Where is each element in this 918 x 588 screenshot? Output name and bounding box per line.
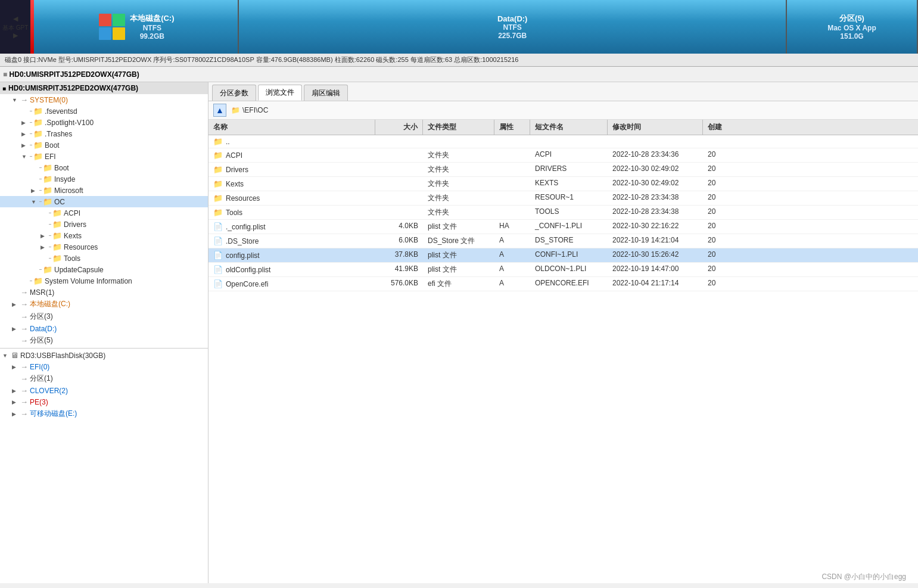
file-type: DS_Store 文件 <box>423 234 494 248</box>
disk-header: ◀ 基本 GPT ▶ 本地磁盘(C:) NTFS 99.2GB Data(D:)… <box>0 0 918 54</box>
next-arrow[interactable]: ▶ <box>13 32 18 39</box>
tree-item[interactable]: ▶ → 本地磁盘(C:) <box>0 298 208 310</box>
table-row[interactable]: 📁 Tools 文件夹 TOOLS 2022-10-28 23:34:38 20 <box>209 206 918 220</box>
disk-info-text: 磁盘0 接口:NVMe 型号:UMISRPITJ512PED2OWX 序列号:S… <box>5 56 518 63</box>
tree-item[interactable]: ▶ 📁 Microsoft <box>0 185 208 196</box>
table-row[interactable]: 📄 oldConfig.plist 41.9KB plist 文件 A OLDC… <box>209 263 918 277</box>
file-created: 20 <box>703 263 751 276</box>
file-attr: A <box>494 248 530 262</box>
col-header-shortname[interactable]: 短文件名 <box>530 120 608 135</box>
tree-item[interactable]: → 分区(1) <box>0 372 208 385</box>
watermark-text: CSDN @小白中的小白egg <box>821 572 906 582</box>
file-attr <box>494 135 530 148</box>
tree-item[interactable]: → 分区(3) <box>0 310 208 323</box>
col-header-created[interactable]: 创建 <box>703 120 751 135</box>
col-header-modified[interactable]: 修改时间 <box>608 120 703 135</box>
file-size <box>375 163 423 176</box>
tree-item[interactable]: → MSR(1) <box>0 287 208 298</box>
file-type: 文件夹 <box>423 163 494 176</box>
partition-d-size: 225.7GB <box>498 32 527 40</box>
tree-item[interactable]: ▶ → 可移动磁盘(E:) <box>0 407 208 420</box>
file-shortname: _CONFI~1.PLI <box>530 220 608 234</box>
file-type: efi 文件 <box>423 277 494 291</box>
partition-c-type: NTFS <box>130 24 174 32</box>
file-attr: A <box>494 277 530 291</box>
table-row[interactable]: 📁 Kexts 文件夹 KEXTS 2022-10-30 02:49:02 20 <box>209 177 918 191</box>
table-row[interactable]: 📁 Drivers 文件夹 DRIVERS 2022-10-30 02:49:0… <box>209 163 918 177</box>
tree-item[interactable]: ▶ 📁 Resources <box>0 241 208 253</box>
file-name: 📁 ACPI <box>209 148 375 162</box>
tree-item[interactable]: ▶ 📁 Kexts <box>0 230 208 241</box>
file-modified <box>608 135 703 148</box>
file-name: 📁 Drivers <box>209 163 375 176</box>
tree-item[interactable]: ▼ → SYSTEM(0) <box>0 94 208 105</box>
nav-panel: ◀ 基本 GPT ▶ <box>0 0 30 54</box>
partition-p3-type: Mac OS X App <box>827 24 876 32</box>
partition-p3-label: 分区(5) <box>839 13 864 24</box>
table-row[interactable]: 📄 ._config.plist 4.0KB plist 文件 HA _CONF… <box>209 220 918 234</box>
tree-item[interactable]: 📁 System Volume Information <box>0 275 208 287</box>
tree-item[interactable]: ▼ 🖥 RD3:USBFlashDisk(30GB) <box>0 350 208 361</box>
table-row[interactable]: 📁 .. <box>209 135 918 148</box>
prev-arrow[interactable]: ◀ <box>13 15 18 23</box>
col-header-size[interactable]: 大小 <box>375 120 423 135</box>
path-bar: ▲ 📁 \EFI\OC <box>209 101 918 120</box>
table-row[interactable]: 📄 config.plist 37.8KB plist 文件 A CONFI~1… <box>209 248 918 263</box>
table-row[interactable]: 📄 .DS_Store 6.0KB DS_Store 文件 A DS_STORE… <box>209 234 918 248</box>
tree-item[interactable]: 📁 Tools <box>0 253 208 264</box>
file-created: 20 <box>703 177 751 191</box>
file-size: 4.0KB <box>375 220 423 234</box>
file-modified: 2022-10-30 15:26:42 <box>608 248 703 262</box>
tab-sector-edit[interactable]: 扇区编辑 <box>304 85 348 101</box>
file-type: 文件夹 <box>423 148 494 162</box>
file-shortname: KEXTS <box>530 177 608 191</box>
tree-item[interactable]: ▶ → Data(D:) <box>0 323 208 334</box>
tree-item[interactable]: ▼ 📁 OC <box>0 196 208 207</box>
tree-item[interactable]: 📁 UpdateCapsule <box>0 264 208 275</box>
windows-logo <box>99 14 125 40</box>
tree-item[interactable]: ▶ 📁 Boot <box>0 139 208 151</box>
tree-item[interactable]: ▼ 📁 EFI <box>0 151 208 162</box>
up-button[interactable]: ▲ <box>213 104 226 117</box>
table-row[interactable]: 📁 Resources 文件夹 RESOUR~1 2022-10-28 23:3… <box>209 191 918 206</box>
file-size <box>375 135 423 148</box>
tree-item[interactable]: 📁 Drivers <box>0 219 208 230</box>
file-size: 576.0KB <box>375 277 423 291</box>
tab-browse-files[interactable]: 浏览文件 <box>258 85 302 101</box>
tree-item[interactable]: ▶ 📁 .Spotlight-V100 <box>0 117 208 128</box>
tree-root-item[interactable]: ■HD0:UMISRPITJ512PED2OWX(477GB) <box>0 82 208 94</box>
tab-partition-params[interactable]: 分区参数 <box>212 85 256 101</box>
col-header-attr[interactable]: 属性 <box>494 120 530 135</box>
tree-item[interactable]: 📁 .fseventsd <box>0 105 208 117</box>
partition-macos[interactable]: 分区(5) Mac OS X App 151.0G <box>787 0 918 54</box>
file-created: 20 <box>703 234 751 248</box>
file-name: 📁 .. <box>209 135 375 148</box>
file-type: plist 文件 <box>423 220 494 234</box>
file-shortname: CONFI~1.PLI <box>530 248 608 262</box>
tree-item[interactable]: → 分区(5) <box>0 334 208 347</box>
table-row[interactable]: 📄 OpenCore.efi 576.0KB efi 文件 A OPENCORE… <box>209 277 918 291</box>
tree-item[interactable]: ▶ 📁 .Trashes <box>0 128 208 139</box>
tree-item[interactable]: 📁 ACPI <box>0 207 208 219</box>
col-header-name[interactable]: 名称 <box>209 120 375 135</box>
table-row[interactable]: 📁 ACPI 文件夹 ACPI 2022-10-28 23:34:36 20 <box>209 148 918 163</box>
partition-c-label: 本地磁盘(C:) <box>130 13 174 24</box>
file-modified: 2022-10-30 02:49:02 <box>608 177 703 191</box>
hd0-label: ■ HD0:UMISRPITJ512PED2OWX(477GB) <box>3 70 139 79</box>
partition-color-bar <box>30 0 34 54</box>
partition-d-type: NTFS <box>503 23 522 32</box>
tree-separator <box>0 348 208 349</box>
tree-item[interactable]: ▶ → CLOVER(2) <box>0 385 208 396</box>
partition-c[interactable]: 本地磁盘(C:) NTFS 99.2GB <box>30 0 239 54</box>
tree-item[interactable]: ▶ → EFI(0) <box>0 361 208 372</box>
col-header-type[interactable]: 文件类型 <box>423 120 494 135</box>
tree-item[interactable]: 📁 Boot <box>0 162 208 173</box>
file-name: 📄 oldConfig.plist <box>209 263 375 276</box>
file-shortname: ACPI <box>530 148 608 162</box>
file-type: 文件夹 <box>423 177 494 191</box>
tree-item[interactable]: ▶ → PE(3) <box>0 396 208 407</box>
up-icon: ▲ <box>216 105 224 115</box>
partition-d[interactable]: Data(D:) NTFS 225.7GB <box>239 0 787 54</box>
tree-item[interactable]: 📁 Insyde <box>0 173 208 185</box>
file-shortname: TOOLS <box>530 206 608 219</box>
